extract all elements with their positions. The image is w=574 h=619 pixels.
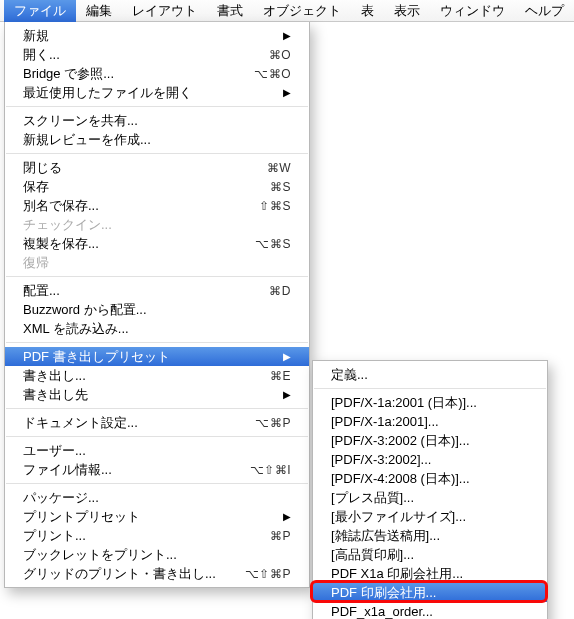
file-menu-item[interactable]: PDF 書き出しプリセット▶ <box>5 347 309 366</box>
pdf-preset-item[interactable]: [PDF/X-3:2002 (日本)]... <box>313 431 547 450</box>
file-menu-item[interactable]: 最近使用したファイルを開く▶ <box>5 83 309 102</box>
file-menu-item[interactable]: XML を読み込み... <box>5 319 309 338</box>
menubar-item-7[interactable]: ウィンドウ <box>430 0 515 22</box>
menubar-item-6[interactable]: 表示 <box>384 0 430 22</box>
file-menu-item[interactable]: Bridge で参照...⌥⌘O <box>5 64 309 83</box>
file-menu-item[interactable]: 開く...⌘O <box>5 45 309 64</box>
menubar-item-1[interactable]: 編集 <box>76 0 122 22</box>
pdf-preset-item-label: [高品質印刷]... <box>331 546 529 564</box>
file-menu-separator <box>6 106 308 107</box>
file-menu-item-shortcut: ⌥⇧⌘P <box>245 567 291 581</box>
file-menu-item[interactable]: ブックレットをプリント... <box>5 545 309 564</box>
pdf-export-preset-submenu: 定義...[PDF/X-1a:2001 (日本)]...[PDF/X-1a:20… <box>312 360 548 619</box>
pdf-preset-item[interactable]: [プレス品質]... <box>313 488 547 507</box>
file-menu-item-shortcut: ⌥⌘S <box>255 237 291 251</box>
file-menu-item-shortcut: ⌘D <box>269 284 291 298</box>
pdf-preset-item[interactable]: [PDF/X-4:2008 (日本)]... <box>313 469 547 488</box>
pdf-preset-item-label: PDF_x1a_order... <box>331 604 529 619</box>
file-menu-item-label: 保存 <box>23 178 258 196</box>
file-menu-item[interactable]: 書き出し...⌘E <box>5 366 309 385</box>
file-menu-item[interactable]: プリントプリセット▶ <box>5 507 309 526</box>
file-menu-item[interactable]: ドキュメント設定...⌥⌘P <box>5 413 309 432</box>
menubar-item-8[interactable]: ヘルプ <box>515 0 574 22</box>
file-menu-item-label: 複製を保存... <box>23 235 243 253</box>
file-menu-item-label: プリント... <box>23 527 258 545</box>
menubar-item-4[interactable]: オブジェクト <box>253 0 351 22</box>
file-menu-item-label: チェックイン... <box>23 216 291 234</box>
pdf-preset-item-label: PDF X1a 印刷会社用... <box>331 565 529 583</box>
file-menu-item-shortcut: ⌘P <box>270 529 291 543</box>
pdf-preset-item[interactable]: [PDF/X-1a:2001 (日本)]... <box>313 393 547 412</box>
pdf-preset-item-label: [PDF/X-3:2002 (日本)]... <box>331 432 529 450</box>
file-menu-item-label: Buzzword から配置... <box>23 301 291 319</box>
pdf-preset-item[interactable]: [高品質印刷]... <box>313 545 547 564</box>
file-menu-item-shortcut: ⌥⇧⌘I <box>250 463 291 477</box>
file-menu-item[interactable]: 複製を保存...⌥⌘S <box>5 234 309 253</box>
file-menu-item[interactable]: プリント...⌘P <box>5 526 309 545</box>
menubar-item-0[interactable]: ファイル <box>4 0 76 22</box>
pdf-preset-separator <box>314 388 546 389</box>
file-menu-separator <box>6 276 308 277</box>
file-menu-item[interactable]: 新規レビューを作成... <box>5 130 309 149</box>
pdf-preset-item-label: [最小ファイルサイズ]... <box>331 508 529 526</box>
pdf-preset-item[interactable]: [PDF/X-1a:2001]... <box>313 412 547 431</box>
file-menu-item-label: ドキュメント設定... <box>23 414 243 432</box>
file-menu-item-shortcut: ⌘W <box>267 161 291 175</box>
file-menu-item[interactable]: 保存⌘S <box>5 177 309 196</box>
file-menu-item-label: ファイル情報... <box>23 461 238 479</box>
pdf-preset-item[interactable]: [PDF/X-3:2002]... <box>313 450 547 469</box>
file-menu-item-shortcut: ⌘O <box>269 48 291 62</box>
pdf-preset-item[interactable]: [雑誌広告送稿用]... <box>313 526 547 545</box>
file-menu-item-label: ユーザー... <box>23 442 291 460</box>
file-menu-item[interactable]: 閉じる⌘W <box>5 158 309 177</box>
file-menu-separator <box>6 408 308 409</box>
file-menu-item: 復帰 <box>5 253 309 272</box>
submenu-arrow-icon: ▶ <box>283 511 291 522</box>
file-menu-item[interactable]: 書き出し先▶ <box>5 385 309 404</box>
pdf-preset-item-label: [PDF/X-1a:2001 (日本)]... <box>331 394 529 412</box>
file-menu-item-label: PDF 書き出しプリセット <box>23 348 275 366</box>
pdf-preset-item-label: PDF 印刷会社用... <box>331 584 529 602</box>
pdf-preset-item-label: [雑誌広告送稿用]... <box>331 527 529 545</box>
pdf-preset-item[interactable]: PDF_x1a_order... <box>313 602 547 619</box>
file-menu-item[interactable]: 別名で保存...⇧⌘S <box>5 196 309 215</box>
file-menu-separator <box>6 342 308 343</box>
menubar-item-2[interactable]: レイアウト <box>122 0 207 22</box>
file-menu-item-label: 配置... <box>23 282 257 300</box>
file-menu-item-label: 書き出し... <box>23 367 258 385</box>
file-menu-item-label: 閉じる <box>23 159 255 177</box>
file-menu-item-label: XML を読み込み... <box>23 320 291 338</box>
pdf-preset-item[interactable]: PDF X1a 印刷会社用... <box>313 564 547 583</box>
pdf-preset-item-label: [PDF/X-4:2008 (日本)]... <box>331 470 529 488</box>
pdf-preset-item-label: [PDF/X-1a:2001]... <box>331 414 529 429</box>
submenu-arrow-icon: ▶ <box>283 351 291 362</box>
submenu-arrow-icon: ▶ <box>283 389 291 400</box>
menubar-item-3[interactable]: 書式 <box>207 0 253 22</box>
file-menu-item[interactable]: パッケージ... <box>5 488 309 507</box>
file-menu-item-label: 最近使用したファイルを開く <box>23 84 275 102</box>
submenu-arrow-icon: ▶ <box>283 30 291 41</box>
pdf-preset-item[interactable]: PDF 印刷会社用... <box>313 583 547 602</box>
file-menu-item-shortcut: ⌘E <box>270 369 291 383</box>
file-menu-item[interactable]: 新規▶ <box>5 26 309 45</box>
file-menu-item-label: 別名で保存... <box>23 197 247 215</box>
file-menu-item[interactable]: ファイル情報...⌥⇧⌘I <box>5 460 309 479</box>
pdf-preset-item[interactable]: [最小ファイルサイズ]... <box>313 507 547 526</box>
pdf-preset-item-label: 定義... <box>331 366 529 384</box>
file-menu-item-shortcut: ⌘S <box>270 180 291 194</box>
file-menu-item[interactable]: 配置...⌘D <box>5 281 309 300</box>
file-menu-separator <box>6 153 308 154</box>
file-menu-item[interactable]: スクリーンを共有... <box>5 111 309 130</box>
file-menu-item-shortcut: ⌥⌘P <box>255 416 291 430</box>
file-menu-item-label: グリッドのプリント・書き出し... <box>23 565 233 583</box>
file-menu-item-label: プリントプリセット <box>23 508 275 526</box>
file-menu-item-label: 新規 <box>23 27 275 45</box>
file-menu-separator <box>6 436 308 437</box>
pdf-preset-item[interactable]: 定義... <box>313 365 547 384</box>
menubar-item-5[interactable]: 表 <box>351 0 384 22</box>
file-menu-item-label: 新規レビューを作成... <box>23 131 291 149</box>
file-menu-item[interactable]: ユーザー... <box>5 441 309 460</box>
file-menu-item[interactable]: Buzzword から配置... <box>5 300 309 319</box>
file-menu-item-shortcut: ⌥⌘O <box>254 67 291 81</box>
file-menu-item[interactable]: グリッドのプリント・書き出し...⌥⇧⌘P <box>5 564 309 583</box>
